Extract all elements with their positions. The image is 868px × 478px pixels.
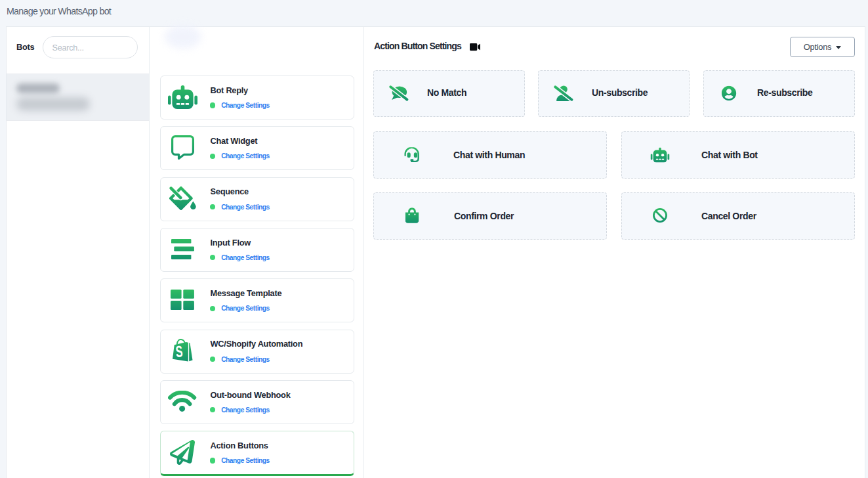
- svg-text:S: S: [175, 343, 183, 360]
